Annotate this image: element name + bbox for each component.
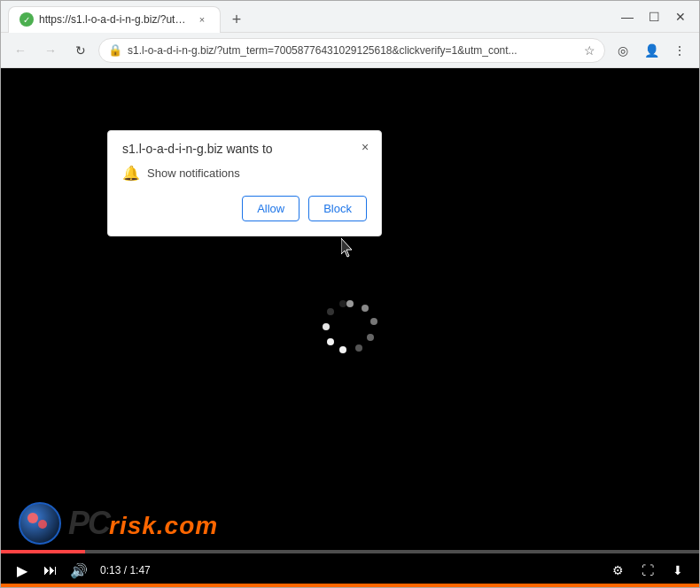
window-controls: — ☐ ✕ xyxy=(616,5,692,28)
svg-point-0 xyxy=(346,300,354,307)
pcrisk-pc-text: PC xyxy=(68,505,109,541)
permission-text: Show notifications xyxy=(147,166,240,180)
extensions-button[interactable]: ◎ xyxy=(611,38,635,63)
cursor xyxy=(341,238,355,261)
pcrisk-ball-icon xyxy=(19,502,61,545)
fullscreen-button[interactable]: ⛶ xyxy=(637,560,658,581)
svg-point-3 xyxy=(367,334,374,341)
bookmark-icon[interactable]: ☆ xyxy=(584,43,595,58)
loading-spinner xyxy=(319,295,381,360)
url-bar[interactable]: 🔒 s1.l-o-a-d-i-n-g.biz/?utm_term=7005877… xyxy=(98,38,605,63)
new-tab-button[interactable]: + xyxy=(224,8,249,33)
spinner-svg xyxy=(319,295,381,357)
allow-button[interactable]: Allow xyxy=(242,196,299,221)
svg-point-8 xyxy=(327,308,334,315)
dialog-permission: 🔔 Show notifications xyxy=(122,165,367,182)
tab-favicon: ✓ xyxy=(19,12,34,27)
minimize-button[interactable]: — xyxy=(616,5,639,28)
address-bar: ← → ↻ 🔒 s1.l-o-a-d-i-n-g.biz/?utm_term=7… xyxy=(1,33,699,68)
download-button[interactable]: ⬇ xyxy=(667,560,688,581)
address-right-controls: ◎ 👤 ⋮ xyxy=(611,38,692,63)
url-text: s1.l-o-a-d-i-n-g.biz/?utm_term=700587764… xyxy=(128,44,579,57)
tab-title: https://s1.l-o-a-d-i-n-g.biz/?utm... xyxy=(39,13,190,26)
video-time: 0:13 / 1:47 xyxy=(100,564,151,576)
notification-dialog: × s1.l-o-a-d-i-n-g.biz wants to 🔔 Show n… xyxy=(107,130,382,236)
pcrisk-text-container: PCrisk.com xyxy=(68,505,218,542)
tab-bar: ✓ https://s1.l-o-a-d-i-n-g.biz/?utm... ×… xyxy=(8,1,609,33)
bell-icon: 🔔 xyxy=(122,165,140,182)
dialog-close-button[interactable]: × xyxy=(356,138,374,156)
play-button[interactable]: ▶ xyxy=(12,560,33,581)
video-controls: ▶ ⏭ 🔊 0:13 / 1:47 ⚙ ⛶ ⬇ xyxy=(1,553,699,587)
svg-marker-10 xyxy=(341,238,352,257)
svg-point-9 xyxy=(339,300,346,307)
skip-button[interactable]: ⏭ xyxy=(40,560,61,581)
close-button[interactable]: ✕ xyxy=(669,5,692,28)
settings-button[interactable]: ⚙ xyxy=(607,560,628,581)
content-area: × s1.l-o-a-d-i-n-g.biz wants to 🔔 Show n… xyxy=(1,68,699,587)
svg-point-2 xyxy=(370,318,377,325)
maximize-button[interactable]: ☐ xyxy=(642,5,665,28)
menu-button[interactable]: ⋮ xyxy=(667,38,692,63)
svg-point-1 xyxy=(362,305,369,312)
title-bar: ✓ https://s1.l-o-a-d-i-n-g.biz/?utm... ×… xyxy=(1,1,699,33)
tab-close-button[interactable]: × xyxy=(195,12,209,27)
lock-icon: 🔒 xyxy=(108,43,122,57)
profile-button[interactable]: 👤 xyxy=(639,38,664,63)
block-button[interactable]: Block xyxy=(308,196,367,221)
pcrisk-logo: PCrisk.com xyxy=(19,502,218,545)
back-button[interactable]: ← xyxy=(8,38,33,63)
svg-point-4 xyxy=(355,344,362,352)
svg-point-5 xyxy=(339,346,346,353)
forward-button[interactable]: → xyxy=(38,38,63,63)
dialog-buttons: Allow Block xyxy=(122,196,367,221)
volume-button[interactable]: 🔊 xyxy=(68,560,89,581)
pcrisk-risk-text: risk.com xyxy=(109,512,218,539)
browser-window: ✓ https://s1.l-o-a-d-i-n-g.biz/?utm... ×… xyxy=(0,0,700,588)
active-tab[interactable]: ✓ https://s1.l-o-a-d-i-n-g.biz/?utm... × xyxy=(8,6,221,33)
video-right-controls: ⚙ ⛶ ⬇ xyxy=(607,560,688,581)
svg-point-7 xyxy=(323,323,330,330)
reload-button[interactable]: ↻ xyxy=(68,38,93,63)
svg-point-6 xyxy=(327,338,334,345)
dialog-title: s1.l-o-a-d-i-n-g.biz wants to xyxy=(122,142,367,156)
orange-bottom-bar xyxy=(1,584,699,587)
